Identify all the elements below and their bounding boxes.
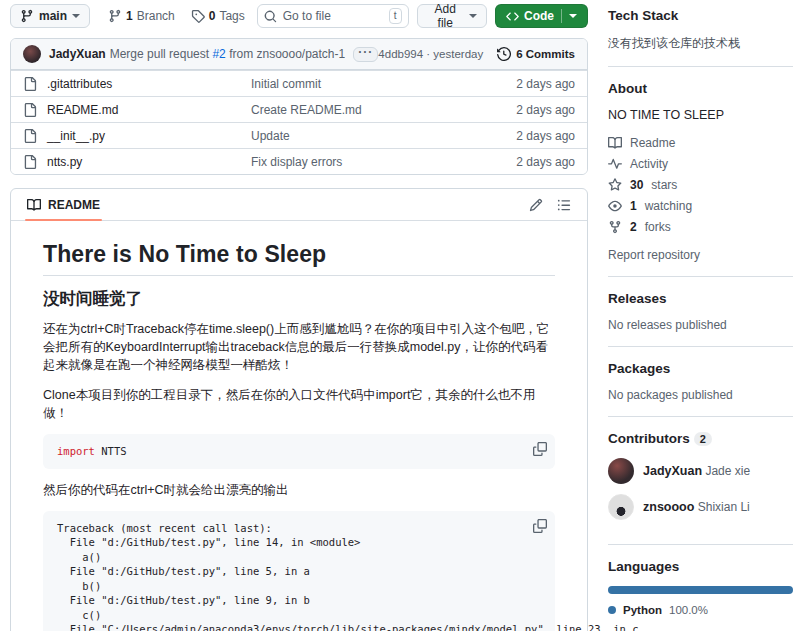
commit-author-avatar[interactable]: [23, 45, 41, 63]
add-file-button[interactable]: Add file: [417, 4, 487, 28]
readme-paragraph-3: 然后你的代码在ctrl+C时就会给出漂亮的输出: [43, 481, 555, 499]
toolbar-actions: t Add file Code: [257, 4, 588, 28]
repo-page: main 1 Branch 0 Tags t: [0, 0, 800, 631]
code-button-label: Code: [524, 9, 554, 23]
watching-count: 1: [630, 199, 637, 213]
file-row[interactable]: README.md Create README.md 2 days ago: [11, 96, 587, 122]
book-icon: [27, 198, 41, 212]
about-item-label: stars: [651, 178, 677, 192]
contributor-fullname: Shixian Li: [698, 500, 750, 514]
file-row[interactable]: __init__.py Update 2 days ago: [11, 122, 587, 148]
commit-author-link[interactable]: JadyXuan: [49, 47, 106, 61]
code-button[interactable]: Code: [495, 4, 588, 28]
chevron-down-icon: [72, 14, 80, 18]
repo-toolbar: main 1 Branch 0 Tags t: [10, 4, 588, 28]
branch-selector-button[interactable]: main: [10, 4, 90, 28]
tab-readme[interactable]: README: [27, 189, 100, 221]
file-name-link[interactable]: __init__.py: [47, 129, 105, 143]
commit-message[interactable]: Merge pull request #2 from znsoooo/patch…: [110, 47, 346, 61]
languages-title: Languages: [608, 559, 793, 574]
commit-meta: 4ddb994 · yesterday 6 Commits: [378, 47, 575, 61]
contributor-fullname: Jade xie: [705, 464, 750, 478]
repo-description: NO TIME TO SLEEP: [608, 108, 793, 122]
traceback-code: Traceback (most recent call last): File …: [57, 521, 541, 631]
contributors-section: Contributors2 JadyXuan Jade xie znsoooo …: [608, 416, 793, 544]
outline-list-icon[interactable]: [557, 198, 571, 212]
readme-heading2: 没时间睡觉了: [43, 288, 555, 310]
commit-history-link[interactable]: 6 Commits: [497, 47, 575, 61]
contributor-row[interactable]: JadyXuan Jade xie: [608, 458, 793, 484]
file-icon: [23, 155, 37, 169]
branches-count: 1: [126, 9, 133, 23]
files-card: JadyXuan Merge pull request #2 from znso…: [10, 38, 588, 175]
avatar[interactable]: [608, 458, 634, 484]
branches-link[interactable]: 1 Branch: [108, 9, 175, 23]
readme-paragraph-2: Clone本项目到你的工程目录下，然后在你的入口文件代码中import它，其余的…: [43, 386, 555, 422]
readme-tab-label: README: [48, 198, 100, 212]
language-bar[interactable]: [608, 586, 793, 594]
file-commit-message-link[interactable]: Fix display errors: [251, 155, 485, 169]
file-row[interactable]: ntts.py Fix display errors 2 days ago: [11, 148, 587, 174]
tags-link[interactable]: 0 Tags: [191, 9, 245, 23]
report-repository-link[interactable]: Report repository: [608, 248, 793, 262]
git-branch-icon: [20, 9, 34, 23]
edit-pencil-icon[interactable]: [529, 198, 543, 212]
code-block-import: import NTTS: [43, 434, 555, 469]
file-name-link[interactable]: README.md: [47, 103, 118, 117]
releases-section: Releases No releases published: [608, 276, 793, 346]
file-name-link[interactable]: .gitattributes: [47, 77, 112, 91]
about-item-readme[interactable]: Readme: [608, 136, 793, 150]
main-column: main 1 Branch 0 Tags t: [10, 4, 588, 631]
about-item-label: forks: [645, 220, 671, 234]
copy-icon[interactable]: [533, 442, 547, 456]
latest-commit-bar: JadyXuan Merge pull request #2 from znso…: [11, 39, 587, 70]
releases-empty-text: No releases published: [608, 318, 793, 332]
file-icon: [23, 77, 37, 91]
pulse-icon: [608, 157, 622, 171]
pr-number-link[interactable]: #2: [212, 47, 225, 61]
file-name-link[interactable]: ntts.py: [47, 155, 82, 169]
contributor-row[interactable]: znsoooo Shixian Li: [608, 494, 793, 520]
language-percent: 100.0%: [669, 604, 708, 616]
commit-message-prefix: Merge pull request: [110, 47, 213, 61]
packages-empty-text: No packages published: [608, 388, 793, 402]
button-divider: [561, 9, 562, 23]
commit-hash-time[interactable]: 4ddb994 · yesterday: [378, 48, 483, 60]
file-icon: [23, 103, 37, 117]
active-tab-underline: [25, 219, 102, 221]
readme-content: There is No Time to Sleep 没时间睡觉了 还在为ctrl…: [11, 221, 587, 631]
file-commit-date: 2 days ago: [485, 155, 575, 169]
releases-title: Releases: [608, 291, 793, 306]
about-item-activity[interactable]: Activity: [608, 157, 793, 171]
file-icon: [23, 129, 37, 143]
file-row[interactable]: .gitattributes Initial commit 2 days ago: [11, 70, 587, 96]
file-commit-message-link[interactable]: Create README.md: [251, 103, 485, 117]
git-branch-icon: [108, 9, 122, 23]
contributor-username[interactable]: JadyXuan: [643, 464, 702, 478]
language-item-python[interactable]: Python 100.0%: [608, 604, 793, 616]
language-name: Python: [623, 604, 662, 616]
stars-count: 30: [630, 178, 643, 192]
file-commit-message-link[interactable]: Update: [251, 129, 485, 143]
commit-kebab-button[interactable]: ···: [353, 47, 378, 62]
eye-icon: [608, 199, 622, 213]
about-section: About NO TIME TO SLEEP Readme Activity 3…: [608, 66, 793, 276]
readme-header: README: [11, 189, 587, 221]
about-item-label: Activity: [630, 157, 668, 171]
code-icon: [506, 9, 519, 23]
code-block-traceback: Traceback (most recent call last): File …: [43, 511, 555, 631]
readme-card: README There is No Time to Sleep 没时间睡觉了 …: [10, 188, 588, 631]
copy-icon[interactable]: [533, 519, 547, 533]
about-item-forks[interactable]: 2 forks: [608, 220, 793, 234]
search-input[interactable]: [283, 9, 383, 23]
packages-section: Packages No packages published: [608, 346, 793, 416]
contributors-title: Contributors2: [608, 431, 793, 446]
contributor-username[interactable]: znsoooo: [643, 500, 694, 514]
about-item-watching[interactable]: 1 watching: [608, 199, 793, 213]
file-commit-message-link[interactable]: Initial commit: [251, 77, 485, 91]
chevron-down-icon: [469, 14, 477, 18]
go-to-file-search[interactable]: t: [257, 4, 409, 28]
packages-title: Packages: [608, 361, 793, 376]
avatar[interactable]: [608, 494, 634, 520]
about-item-stars[interactable]: 30 stars: [608, 178, 793, 192]
